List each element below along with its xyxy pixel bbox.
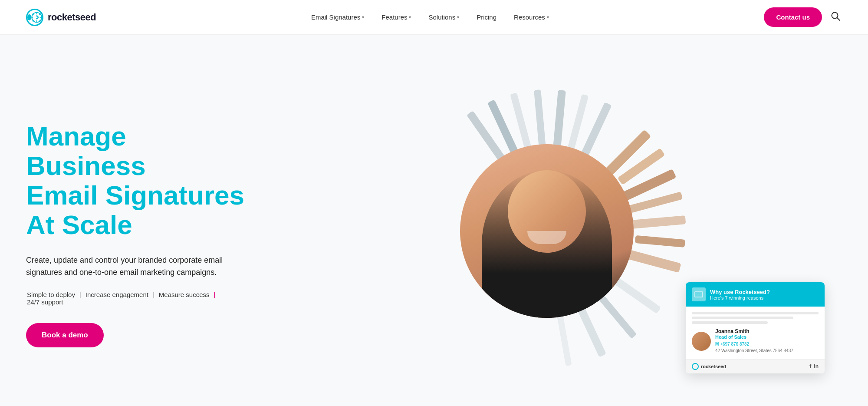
nav-features[interactable]: Features ▾ [375, 10, 418, 24]
signature-card: Why use Rocketseed? Here's 7 winning rea… [686, 282, 825, 373]
book-demo-button[interactable]: Book a demo [26, 323, 104, 347]
chevron-down-icon: ▾ [457, 15, 459, 20]
sig-placeholder-lines [692, 312, 819, 324]
chevron-down-icon: ▾ [409, 15, 411, 20]
svg-point-2 [36, 17, 38, 18]
navbar: rocketseed Email Signatures ▾ Features ▾… [0, 0, 868, 35]
sig-header-text: Why use Rocketseed? Here's 7 winning rea… [710, 289, 770, 300]
logo-text: rocketseed [48, 12, 96, 23]
hero-title: Manage Business Email Signatures At Scal… [26, 122, 252, 240]
hero-visual: Why use Rocketseed? Here's 7 winning rea… [252, 61, 842, 406]
sig-card-body: Joanna Smith Head of Sales M +697 876 87… [686, 307, 825, 359]
sig-person-info: Joanna Smith Head of Sales M +697 876 87… [715, 328, 819, 354]
logo-icon [26, 9, 43, 26]
search-button[interactable] [829, 10, 842, 25]
logo[interactable]: rocketseed [26, 9, 96, 26]
sig-card-footer: rocketseed f in [686, 359, 825, 373]
sig-footer-brand: rocketseed [692, 363, 726, 370]
chevron-down-icon: ▾ [547, 15, 549, 20]
sig-contact-details: M +697 876 8782 42 Washington Street, St… [715, 341, 819, 354]
nav-solutions[interactable]: Solutions ▾ [421, 10, 466, 24]
nav-right: Contact us [764, 7, 842, 27]
nav-links: Email Signatures ▾ Features ▾ Solutions … [304, 10, 556, 24]
hero-person-image [460, 144, 634, 318]
hero-section: Manage Business Email Signatures At Scal… [0, 35, 868, 406]
sig-avatar [692, 332, 711, 351]
nav-resources[interactable]: Resources ▾ [507, 10, 556, 24]
svg-rect-24 [629, 215, 686, 229]
chevron-down-icon: ▾ [362, 15, 364, 20]
hero-features: Simple to deploy | Increase engagement |… [26, 291, 252, 306]
sig-header-icon [692, 287, 706, 301]
hero-description: Create, update and control your branded … [26, 254, 234, 279]
contact-us-button[interactable]: Contact us [764, 7, 822, 27]
nav-email-signatures[interactable]: Email Signatures ▾ [304, 10, 371, 24]
svg-rect-25 [635, 235, 685, 248]
sig-card-header: Why use Rocketseed? Here's 7 winning rea… [686, 282, 825, 307]
svg-line-12 [837, 18, 840, 20]
nav-pricing[interactable]: Pricing [470, 10, 503, 24]
sig-social-links: f in [809, 363, 819, 370]
hero-content: Manage Business Email Signatures At Scal… [26, 122, 252, 347]
sig-person: Joanna Smith Head of Sales M +697 876 87… [692, 328, 819, 354]
sig-footer-logo-icon [692, 363, 699, 370]
search-icon [831, 11, 840, 21]
